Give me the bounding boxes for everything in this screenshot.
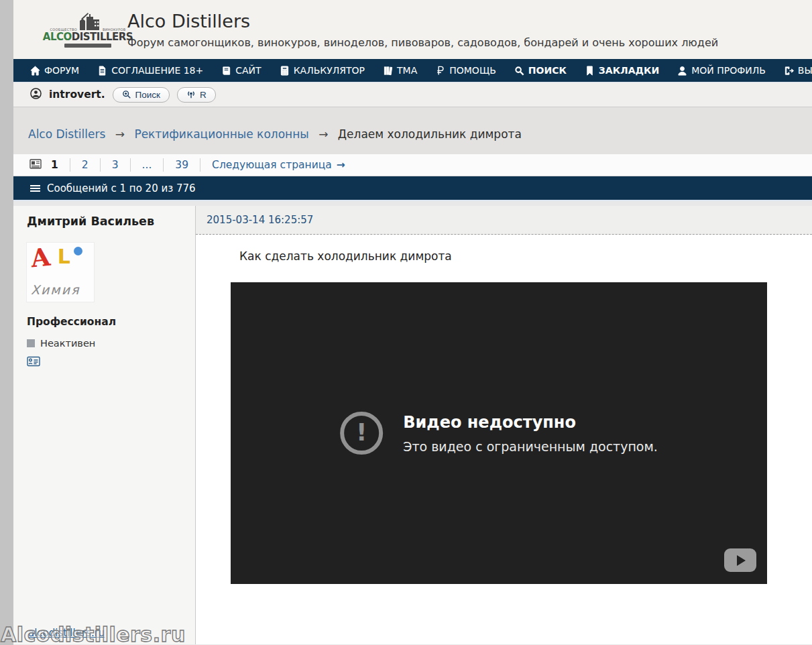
page-number-current[interactable]: 1	[51, 159, 58, 171]
forum-post: Дмитрий Васильев A L Химия Профессионал …	[13, 206, 812, 644]
logo-tagline-bar	[64, 44, 111, 48]
nav-item-help[interactable]: ПОМОЩЬ	[435, 65, 496, 76]
nav-item-calculator[interactable]: КАЛЬКУЛЯТОР	[280, 65, 365, 76]
avatar-blue-ball	[74, 247, 82, 255]
nav-item-bookmarks[interactable]: ЗАКЛАДКИ	[585, 65, 659, 76]
avatar-letter-l: L	[58, 245, 70, 268]
author-status: Неактивен	[27, 338, 182, 349]
post-title: Как сделать холодильник димрота	[239, 249, 812, 263]
calculator-icon	[280, 66, 290, 76]
search-plus-icon	[122, 90, 131, 99]
logout-icon	[784, 66, 794, 76]
nav-item-agreement[interactable]: СОГЛАШЕНИЕ 18+	[97, 65, 203, 76]
breadcrumb-separator: →	[115, 127, 125, 141]
nav-item-profile[interactable]: МОЙ ПРОФИЛЬ	[677, 65, 766, 76]
next-page-link[interactable]: Следующая страница →	[212, 159, 345, 171]
video-error-panel: ! Видео недоступно Это видео с ограничен…	[340, 412, 658, 455]
author-avatar: A L Химия	[27, 243, 94, 302]
page-number-3[interactable]: 3	[112, 159, 119, 171]
ruble-icon	[435, 66, 445, 76]
post-body: Как сделать холодильник димрота ! Видео …	[196, 235, 812, 584]
site-watermark: Alcodistillers.ru	[1, 623, 186, 645]
messages-stats-bar: Сообщений с 1 по 20 из 776	[13, 176, 812, 200]
pages-icon	[30, 159, 42, 172]
post-header: 2015-03-14 16:25:57	[196, 206, 812, 235]
forum-page: СООБЩЕСТВО ВИНОКУРОВ ALCODISTILLERS Alco…	[13, 0, 812, 645]
nav-item-search[interactable]: ПОИСК	[514, 65, 567, 76]
pagination-first-cell: 1	[13, 158, 70, 172]
avatar-letter-a: A	[30, 245, 51, 272]
author-name[interactable]: Дмитрий Васильев	[27, 215, 182, 228]
site-subtitle: Форум самогонщиков, винокуров, виноделов…	[127, 36, 718, 49]
messages-range-text: Сообщений с 1 по 20 из 776	[47, 182, 196, 194]
post-author-column: Дмитрий Васильев A L Химия Профессионал …	[13, 206, 196, 644]
distillery-building-icon	[78, 11, 101, 32]
user-icon	[677, 66, 687, 76]
user-circle-icon	[30, 88, 42, 102]
alert-icon: !	[340, 412, 383, 455]
section-gap	[13, 200, 812, 206]
nav-item-tma[interactable]: ТМА	[383, 65, 417, 76]
breadcrumb-link-home[interactable]: Alco Distillers	[28, 127, 105, 141]
breadcrumb-separator: →	[318, 127, 328, 141]
site-header: СООБЩЕСТВО ВИНОКУРОВ ALCODISTILLERS Alco…	[13, 0, 812, 59]
next-page-arrow-icon: →	[337, 159, 345, 171]
author-rank: Профессионал	[27, 316, 182, 328]
play-icon	[737, 555, 746, 566]
page-number-39[interactable]: 39	[175, 159, 188, 171]
author-status-label: Неактивен	[40, 338, 95, 349]
menu-icon	[30, 185, 40, 192]
page-ellipsis: ...	[142, 159, 152, 171]
podcast-icon	[186, 90, 196, 99]
post-content-column: 2015-03-14 16:25:57 Как сделать холодиль…	[196, 206, 812, 644]
logged-in-username[interactable]: introvert.	[49, 89, 105, 101]
site-title: Alco Distillers	[127, 11, 718, 32]
breadcrumb-link-section[interactable]: Ректификационные колонны	[134, 127, 308, 141]
book-icon	[221, 66, 231, 76]
nav-item-forum[interactable]: ФОРУМ	[30, 65, 79, 76]
author-profile-card-icon[interactable]	[27, 356, 182, 369]
avatar-chemistry-text: Химия	[31, 282, 90, 297]
video-error-title: Видео недоступно	[403, 413, 658, 432]
nav-item-logout[interactable]: ВЫХОД	[784, 65, 812, 76]
search-icon	[514, 66, 524, 76]
site-logo[interactable]: СООБЩЕСТВО ВИНОКУРОВ ALCODISTILLERS	[59, 5, 117, 54]
breadcrumb: Alco Distillers → Ректификационные колон…	[28, 127, 522, 141]
logo-brand: ALCODISTILLERS	[43, 32, 133, 42]
books-icon	[383, 66, 393, 76]
bookmark-icon	[585, 66, 595, 76]
breadcrumb-zone: Alco Distillers → Ректификационные колон…	[13, 107, 812, 154]
offline-status-icon	[27, 339, 35, 347]
r-button[interactable]: R	[177, 87, 216, 103]
embedded-video-player[interactable]: ! Видео недоступно Это видео с ограничен…	[231, 282, 767, 584]
pagination-bar: 1 2 3 ... 39 Следующая страница →	[13, 154, 812, 176]
document-icon	[97, 66, 107, 76]
nav-item-site[interactable]: САЙТ	[221, 65, 261, 76]
window-left-strip	[0, 0, 13, 645]
breadcrumb-current-topic: Делаем холодильник димрота	[338, 127, 522, 141]
youtube-logo-button[interactable]	[724, 548, 756, 572]
video-error-message: Это видео с ограниченным доступом.	[403, 439, 658, 454]
page-number-2[interactable]: 2	[82, 159, 89, 171]
quick-search-button[interactable]: Поиск	[113, 87, 170, 103]
post-timestamp[interactable]: 2015-03-14 16:25:57	[207, 214, 313, 226]
user-bar: introvert. Поиск R	[13, 82, 812, 107]
home-icon	[30, 66, 40, 76]
main-nav: ФОРУМ СОГЛАШЕНИЕ 18+ САЙТ КАЛЬКУЛЯТОР ТМ…	[13, 59, 812, 82]
